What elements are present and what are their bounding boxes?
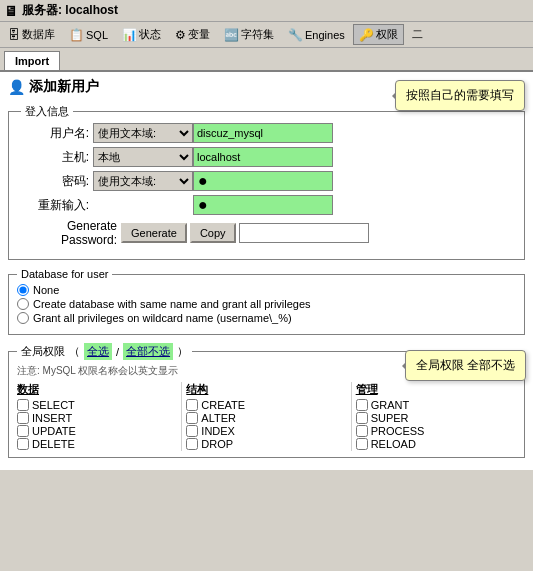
priv-update: UPDATE (17, 425, 177, 437)
username-select[interactable]: 使用文本域: (93, 123, 193, 143)
priv-process: PROCESS (356, 425, 516, 437)
toolbar-sql[interactable]: 📋 SQL (63, 25, 114, 45)
tooltip-1: 按照自己的需要填写 (395, 80, 525, 111)
db-radio-wildcard[interactable] (17, 312, 29, 324)
divider-2 (351, 382, 352, 451)
cb-select[interactable] (17, 399, 29, 411)
toolbar-variables[interactable]: ⚙ 变量 (169, 24, 216, 45)
toolbar-db-label: 数据库 (22, 27, 55, 42)
password-label: 密码: (17, 173, 89, 190)
page-title: 添加新用户 (29, 78, 99, 96)
priv-admin-title: 管理 (356, 382, 516, 397)
variables-icon: ⚙ (175, 28, 186, 42)
tab-import[interactable]: Import (4, 51, 60, 70)
privileges-columns: 数据 SELECT INSERT UPDATE DELETE (17, 382, 516, 451)
toolbar-charset[interactable]: 🔤 字符集 (218, 24, 280, 45)
priv-col-data: 数据 SELECT INSERT UPDATE DELETE (17, 382, 177, 451)
cb-delete[interactable] (17, 438, 29, 450)
toolbar-engines[interactable]: 🔧 Engines (282, 25, 351, 45)
login-fieldset: 登入信息 用户名: 使用文本域: 主机: 本地 密码: 使用文本域: ● (8, 104, 525, 260)
divider-1 (181, 382, 182, 451)
reenter-input[interactable]: ● (193, 195, 333, 215)
copy-button[interactable]: Copy (190, 223, 236, 243)
tooltip-1-text: 按照自己的需要填写 (406, 88, 514, 102)
main-content: 👤 添加新用户 按照自己的需要填写 登入信息 用户名: 使用文本域: 主机: 本… (0, 72, 533, 470)
priv-data-title: 数据 (17, 382, 177, 397)
db-icon: 🗄 (8, 28, 20, 42)
copy-button-label: Copy (200, 227, 226, 239)
db-create-label: Create database with same name and grant… (33, 298, 311, 310)
db-option-create: Create database with same name and grant… (17, 298, 516, 310)
select-all-link[interactable]: 全选 (84, 343, 112, 360)
tab-bar: Import (0, 48, 533, 72)
host-label: 主机: (17, 149, 89, 166)
toolbar-engines-label: Engines (305, 29, 345, 41)
database-fieldset: Database for user None Create database w… (8, 268, 525, 335)
priv-col-structure: 结构 CREATE ALTER INDEX DROP (186, 382, 346, 451)
priv-col-admin: 管理 GRANT SUPER PROCESS RELOAD (356, 382, 516, 451)
title-text: 服务器: localhost (22, 2, 118, 19)
password-input[interactable]: ● (193, 171, 333, 191)
login-legend: 登入信息 (21, 104, 73, 119)
db-radio-none[interactable] (17, 284, 29, 296)
sql-icon: 📋 (69, 28, 84, 42)
priv-delete: DELETE (17, 438, 177, 450)
toolbar-more-label: 二 (412, 27, 423, 42)
db-wildcard-label: Grant all privileges on wildcard name (u… (33, 312, 292, 324)
toolbar-status[interactable]: 📊 状态 (116, 24, 167, 45)
cb-process[interactable] (356, 425, 368, 437)
cb-drop[interactable] (186, 438, 198, 450)
priv-alter: ALTER (186, 412, 346, 424)
engines-icon: 🔧 (288, 28, 303, 42)
toolbar-variables-label: 变量 (188, 27, 210, 42)
priv-drop: DROP (186, 438, 346, 450)
db-option-wildcard: Grant all privileges on wildcard name (u… (17, 312, 516, 324)
priv-create: CREATE (186, 399, 346, 411)
host-select[interactable]: 本地 (93, 147, 193, 167)
reenter-row: 重新输入: ● (17, 195, 516, 215)
host-input[interactable] (193, 147, 333, 167)
charset-icon: 🔤 (224, 28, 239, 42)
db-option-none: None (17, 284, 516, 296)
toolbar-db[interactable]: 🗄 数据库 (2, 24, 61, 45)
privileges-fieldset: 全局权限 （全选 / 全部不选） 全局权限 全部不选 注意: MySQL 权限名… (8, 343, 525, 458)
cb-insert[interactable] (17, 412, 29, 424)
toolbar-sql-label: SQL (86, 29, 108, 41)
priv-grant: GRANT (356, 399, 516, 411)
cb-super[interactable] (356, 412, 368, 424)
select-none-link[interactable]: 全部不选 (123, 343, 173, 360)
username-label: 用户名: (17, 125, 89, 142)
privileges-icon: 🔑 (359, 28, 374, 42)
password-row: 密码: 使用文本域: ● (17, 171, 516, 191)
toolbar-status-label: 状态 (139, 27, 161, 42)
cb-alter[interactable] (186, 412, 198, 424)
generate-label: Generate Password: (17, 219, 117, 247)
db-radio-create[interactable] (17, 298, 29, 310)
database-legend: Database for user (17, 268, 112, 280)
priv-insert: INSERT (17, 412, 177, 424)
server-icon: 🖥 (4, 3, 18, 19)
reenter-label: 重新输入: (17, 197, 89, 214)
priv-index: INDEX (186, 425, 346, 437)
tooltip-2: 全局权限 全部不选 (405, 350, 526, 381)
tooltip-2-text: 全局权限 全部不选 (416, 358, 515, 372)
cb-create[interactable] (186, 399, 198, 411)
cb-update[interactable] (17, 425, 29, 437)
priv-structure-title: 结构 (186, 382, 346, 397)
toolbar-privileges-label: 权限 (376, 27, 398, 42)
username-row: 用户名: 使用文本域: (17, 123, 516, 143)
title-bar: 🖥 服务器: localhost (0, 0, 533, 22)
toolbar-charset-label: 字符集 (241, 27, 274, 42)
username-input[interactable] (193, 123, 333, 143)
host-row: 主机: 本地 (17, 147, 516, 167)
password-select[interactable]: 使用文本域: (93, 171, 193, 191)
cb-reload[interactable] (356, 438, 368, 450)
cb-index[interactable] (186, 425, 198, 437)
cb-grant[interactable] (356, 399, 368, 411)
toolbar-privileges[interactable]: 🔑 权限 (353, 24, 404, 45)
toolbar-more[interactable]: 二 (406, 24, 429, 45)
user-icon: 👤 (8, 79, 25, 95)
generate-button[interactable]: Generate (121, 223, 187, 243)
status-icon: 📊 (122, 28, 137, 42)
generate-input[interactable] (239, 223, 369, 243)
